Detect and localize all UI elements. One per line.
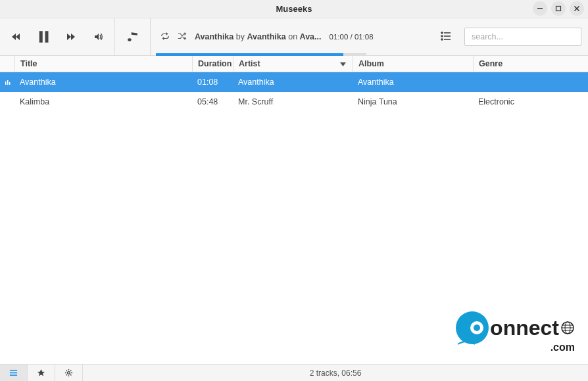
footer: 2 tracks, 06:56 (0, 364, 588, 381)
cell-genre: Electronic (473, 97, 588, 106)
cell-album: Avanthika (353, 78, 473, 87)
cell-title: Avanthika (14, 78, 192, 87)
svg-rect-5 (45, 31, 49, 43)
window-controls (533, 1, 584, 16)
time-display: 01:00 / 01:08 (330, 33, 374, 41)
minimize-button[interactable] (533, 1, 547, 16)
col-title[interactable]: Title (14, 56, 192, 72)
table-row[interactable]: Avanthika01:08AvanthikaAvanthika (0, 72, 588, 92)
search-input[interactable] (464, 28, 581, 46)
search-wrap (458, 28, 588, 46)
main-area: Title Duration Artist Album Genre Avanth… (0, 56, 588, 364)
col-artist[interactable]: Artist (233, 56, 353, 72)
next-button[interactable] (64, 30, 78, 43)
toolbar: Avanthika by Avanthika on Ava... 01:00 /… (0, 18, 588, 56)
close-button[interactable] (570, 1, 584, 16)
table-header: Title Duration Artist Album Genre (0, 56, 588, 72)
cell-duration: 01:08 (192, 78, 233, 87)
col-album[interactable]: Album (353, 56, 473, 72)
now-playing-track: Avanthika (195, 32, 233, 41)
col-genre[interactable]: Genre (473, 56, 588, 72)
app-title: Museeks (276, 4, 312, 14)
previous-button[interactable] (9, 30, 22, 43)
playing-indicator (0, 78, 14, 87)
now-playing-artist: Avanthika (247, 32, 285, 41)
playback-controls (0, 18, 115, 55)
library-tab[interactable] (0, 365, 28, 381)
globe-icon (560, 321, 575, 335)
maximize-button[interactable] (551, 1, 566, 16)
sort-asc-icon (340, 59, 346, 68)
shuffle-button[interactable] (178, 32, 187, 42)
repeat-button[interactable] (160, 32, 170, 42)
title-bar: Museeks (0, 0, 588, 18)
svg-point-10 (441, 38, 443, 40)
col-duration[interactable]: Duration (192, 56, 233, 72)
svg-point-6 (441, 32, 443, 34)
svg-point-17 (474, 325, 480, 331)
svg-rect-13 (7, 80, 9, 85)
svg-point-26 (68, 372, 70, 374)
volume-button[interactable] (92, 30, 105, 43)
now-playing-text: Avanthika by Avanthika on Ava... (195, 32, 322, 41)
now-playing-area: Avanthika by Avanthika on Ava... 01:00 /… (151, 18, 458, 55)
cell-artist: Mr. Scruff (233, 97, 353, 106)
cell-artist: Avanthika (233, 78, 353, 87)
svg-rect-12 (5, 81, 7, 85)
cell-duration: 05:48 (192, 97, 233, 106)
settings-tab[interactable] (55, 365, 83, 381)
library-mode-button[interactable] (115, 18, 151, 55)
status-text: 2 tracks, 06:56 (83, 369, 588, 378)
watermark: onnect .com (454, 310, 575, 353)
svg-rect-1 (556, 7, 561, 11)
playlists-tab[interactable] (28, 365, 55, 381)
queue-button[interactable] (441, 32, 451, 43)
table-body: Avanthika01:08AvanthikaAvanthikaKalimba0… (0, 72, 588, 112)
svg-rect-14 (9, 82, 11, 85)
svg-point-8 (441, 35, 443, 37)
table-row[interactable]: Kalimba05:48Mr. ScruffNinja TunaElectron… (0, 92, 588, 112)
svg-rect-4 (39, 31, 43, 43)
col-playing[interactable] (0, 56, 14, 72)
watermark-logo-icon (454, 310, 490, 346)
cell-title: Kalimba (14, 97, 192, 106)
now-playing-album: Ava... (300, 32, 322, 41)
cell-album: Ninja Tuna (353, 97, 473, 106)
pause-button[interactable] (37, 30, 50, 43)
